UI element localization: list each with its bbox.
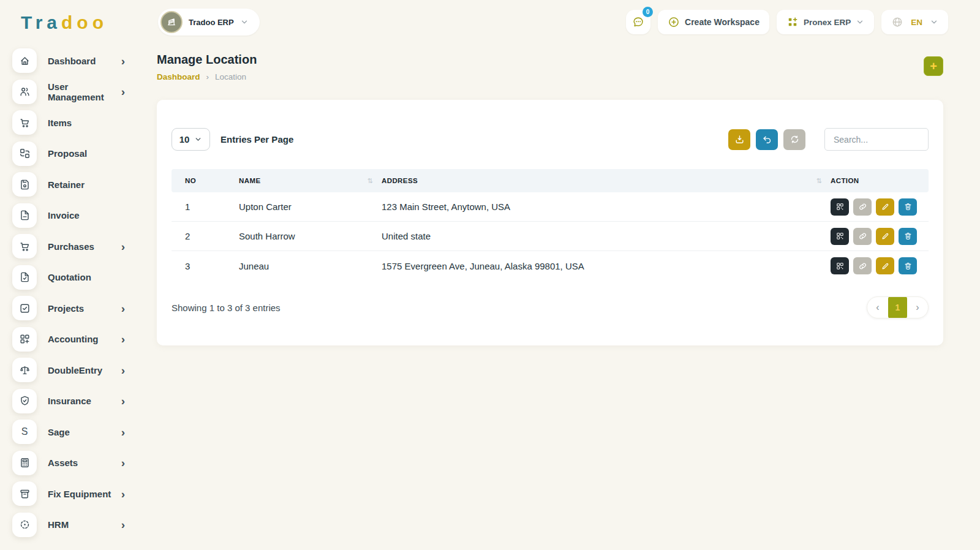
cell-name: Upton Carter bbox=[239, 202, 382, 212]
edit-action-button[interactable] bbox=[876, 198, 894, 216]
cell-action bbox=[831, 228, 929, 245]
column-header-name[interactable]: NAME ⇅ bbox=[239, 177, 382, 185]
sidebar-item-fix-equipment[interactable]: Fix Equipment › bbox=[0, 478, 141, 510]
sidebar-item-proposal[interactable]: Proposal bbox=[0, 138, 141, 170]
link-action-button[interactable] bbox=[853, 228, 872, 245]
sidebar-item-projects[interactable]: Projects › bbox=[0, 293, 141, 324]
sidebar-item-quotation[interactable]: Quotation bbox=[0, 262, 141, 293]
link-icon bbox=[858, 262, 867, 271]
cart-icon bbox=[12, 110, 37, 135]
edit-action-button[interactable] bbox=[876, 257, 894, 274]
chat-icon bbox=[631, 15, 645, 29]
cell-address: 123 Main Street, Anytown, USA bbox=[382, 202, 831, 212]
sidebar-item-insurance[interactable]: Insurance › bbox=[0, 386, 141, 417]
sidebar-item-items[interactable]: Items bbox=[0, 107, 141, 138]
sidebar-item-purchases[interactable]: Purchases › bbox=[0, 231, 141, 262]
chevron-right-icon: › bbox=[121, 55, 125, 67]
edit-action-button[interactable] bbox=[876, 228, 894, 245]
pagination-next-button[interactable]: › bbox=[907, 296, 928, 318]
entries-per-page-label: Entries Per Page bbox=[221, 134, 293, 145]
scale-icon bbox=[12, 358, 37, 382]
chevron-down-icon bbox=[240, 18, 249, 26]
trash-icon bbox=[903, 202, 913, 211]
pencil-icon bbox=[881, 202, 890, 211]
grid-plus-icon bbox=[786, 16, 799, 28]
add-location-button[interactable]: + bbox=[924, 56, 943, 76]
sidebar-item-label: Sage bbox=[48, 427, 70, 437]
table-footer: Showing 1 to 3 of 3 entries ‹ 1 › bbox=[172, 296, 929, 318]
sidebar-item-user-management[interactable]: User Management › bbox=[0, 77, 141, 108]
cell-address: 1575 Evergreen Ave, Juneau, Alaska 99801… bbox=[382, 261, 831, 271]
users-icon bbox=[12, 80, 37, 104]
workspace-selector[interactable]: Tradoo ERP bbox=[158, 9, 260, 36]
sidebar-item-label: Insurance bbox=[48, 396, 91, 406]
column-header-action: ACTION bbox=[831, 177, 929, 184]
cell-no: 3 bbox=[172, 261, 239, 271]
file-check-icon bbox=[12, 265, 37, 290]
sort-icon[interactable]: ⇅ bbox=[816, 177, 822, 185]
sidebar-item-label: Quotation bbox=[48, 272, 91, 282]
breadcrumb-separator: › bbox=[206, 72, 209, 81]
page-head: Manage Location Dashboard › Location + bbox=[157, 53, 943, 81]
logo-text-gold: doo bbox=[61, 12, 108, 32]
column-header-address[interactable]: ADDRESS ⇅ bbox=[382, 177, 831, 185]
calculator-icon bbox=[12, 451, 37, 475]
search-input[interactable] bbox=[824, 128, 929, 151]
undo-icon bbox=[762, 134, 772, 145]
entries-per-page-select[interactable]: 10 bbox=[172, 128, 210, 151]
grid-action-button[interactable] bbox=[831, 257, 849, 274]
chevron-right-icon: › bbox=[121, 333, 125, 345]
link-action-button[interactable] bbox=[853, 257, 872, 274]
grid-action-button[interactable] bbox=[831, 228, 849, 245]
locations-table: NO NAME ⇅ ADDRESS ⇅ ACTION 1 Upto bbox=[172, 169, 929, 281]
sidebar-item-invoice[interactable]: Invoice bbox=[0, 200, 141, 232]
sidebar-item-label: Assets bbox=[48, 458, 78, 468]
pencil-icon bbox=[881, 262, 890, 271]
chevron-right-icon: › bbox=[916, 302, 919, 313]
sidebar-item-hrm[interactable]: HRM › bbox=[0, 510, 141, 541]
table-row: 2 South Harrow United state bbox=[172, 222, 929, 251]
link-action-button[interactable] bbox=[853, 198, 872, 216]
sidebar-item-dashboard[interactable]: Dashboard › bbox=[0, 45, 141, 77]
language-selector[interactable]: EN bbox=[881, 10, 948, 34]
delete-action-button[interactable] bbox=[899, 257, 917, 274]
undo-button[interactable] bbox=[756, 129, 778, 150]
pagination-page-1[interactable]: 1 bbox=[888, 296, 907, 318]
logo-text-teal: Tra bbox=[21, 12, 61, 32]
cell-action bbox=[831, 257, 929, 274]
sidebar-item-label: Projects bbox=[48, 303, 84, 314]
grid-plus-icon bbox=[12, 327, 37, 352]
topbar: Tradoo ERP 0 Create Workspace Pronex ERP bbox=[141, 0, 980, 38]
sort-icon[interactable]: ⇅ bbox=[367, 177, 373, 185]
sidebar-item-sage[interactable]: S Sage › bbox=[0, 416, 141, 448]
sidebar-item-accounting[interactable]: Accounting › bbox=[0, 324, 141, 355]
content: Manage Location Dashboard › Location + 1… bbox=[141, 38, 980, 345]
link-icon bbox=[858, 202, 867, 211]
sidebar-item-label: Purchases bbox=[48, 241, 94, 252]
chat-button[interactable]: 0 bbox=[626, 10, 650, 34]
check-square-icon bbox=[12, 296, 37, 320]
cell-name: South Harrow bbox=[239, 231, 382, 241]
refresh-button[interactable] bbox=[783, 129, 805, 150]
active-workspace-dropdown[interactable]: Pronex ERP bbox=[777, 10, 874, 34]
chevron-down-icon bbox=[856, 18, 864, 26]
sidebar-item-label: Invoice bbox=[48, 210, 80, 220]
building-icon bbox=[160, 11, 183, 33]
sidebar-item-retainer[interactable]: Retainer bbox=[0, 169, 141, 200]
entries-per-page-value: 10 bbox=[179, 134, 190, 145]
sidebar-item-label: Accounting bbox=[48, 334, 99, 344]
create-workspace-button[interactable]: Create Workspace bbox=[658, 10, 769, 34]
chevron-right-icon: › bbox=[121, 395, 125, 407]
sidebar: Tradoo Dashboard › User Management › Ite… bbox=[0, 0, 141, 550]
sidebar-item-label: Proposal bbox=[48, 148, 87, 159]
shield-check-icon bbox=[12, 389, 37, 413]
export-download-button[interactable] bbox=[728, 129, 750, 150]
delete-action-button[interactable] bbox=[899, 228, 917, 245]
breadcrumb-dashboard-link[interactable]: Dashboard bbox=[157, 72, 200, 81]
sidebar-item-doubleentry[interactable]: DoubleEntry › bbox=[0, 355, 141, 386]
sidebar-item-assets[interactable]: Assets › bbox=[0, 448, 141, 479]
delete-action-button[interactable] bbox=[899, 198, 917, 216]
create-workspace-label: Create Workspace bbox=[685, 17, 760, 27]
grid-action-button[interactable] bbox=[831, 198, 849, 216]
pagination-prev-button[interactable]: ‹ bbox=[867, 296, 888, 318]
